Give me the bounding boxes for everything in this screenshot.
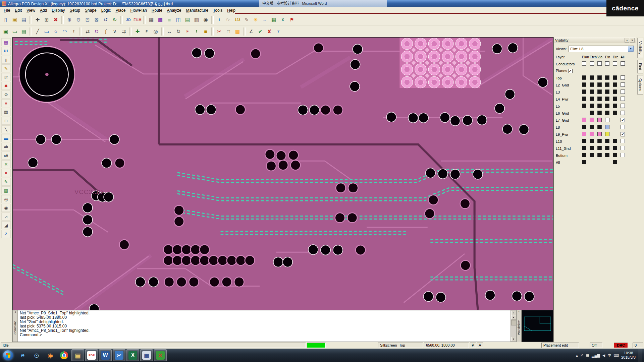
layer-color-swatch[interactable] [605,146,609,150]
menu-manufacture[interactable]: Manufacture [184,7,211,13]
scroll-thumb[interactable] [511,320,516,325]
layer-color-swatch[interactable] [613,146,617,150]
menu-help[interactable]: Help [225,7,238,13]
delay-tune-icon[interactable]: Ω [92,27,101,36]
bga-area[interactable] [399,38,481,88]
layer-color-swatch[interactable] [613,82,617,87]
pin-icon[interactable]: ◉ [201,15,210,24]
menu-analyze[interactable]: Analyze [165,7,184,13]
chevron-down-icon[interactable]: ▼ [628,46,634,52]
tray-icon[interactable]: ▴ [576,353,578,358]
fanout-icon[interactable]: # [142,27,151,36]
layer-color-swatch[interactable] [582,160,586,164]
gloss-icon[interactable]: ✎ [1,178,11,186]
board-save-icon[interactable]: ▤ [19,27,28,36]
taskbar-browser-icon[interactable]: ⊙ [30,349,43,361]
taskbar-excel-icon[interactable]: X [126,349,139,361]
status-icon[interactable]: 123 [233,15,242,24]
redraw-icon[interactable]: ↻ [110,15,119,24]
layer-color-swatch[interactable] [613,97,617,101]
layer-all-checkbox[interactable] [621,89,625,94]
taskbar-calc-icon[interactable]: ▦ [140,349,153,361]
board-green-icon[interactable]: ▣ [1,27,10,36]
column-header-via[interactable]: Via [597,55,605,59]
planes-checkbox[interactable]: ✔ [568,69,573,73]
layer-all-checkbox[interactable] [621,104,625,108]
clamp-icon[interactable]: ⊓ [1,117,11,125]
constraint-mgr-icon[interactable]: ▤ [183,15,192,24]
layer-all-checkbox[interactable] [621,111,625,115]
waveform-icon[interactable]: ~ [260,15,269,24]
conductors-checkbox[interactable] [613,61,617,66]
close-icon[interactable]: × [630,38,635,43]
list-icon[interactable]: ≡ [1,99,11,107]
add-via-icon[interactable]: ◎ [151,27,160,36]
layer-color-swatch[interactable] [605,111,609,115]
menu-file[interactable]: File [1,7,12,13]
column-header-drc[interactable]: Drc [613,55,621,59]
slide-icon[interactable]: ⇄ [83,27,92,36]
rect-tool-icon[interactable]: ▬ [1,134,11,142]
done-icon[interactable]: ✔ [256,27,265,36]
layer-color-swatch[interactable] [582,97,586,101]
taskbar-snip-icon[interactable]: ✂ [113,349,125,361]
dimension-icon[interactable]: ⊿ [1,213,11,221]
show-desktop-button[interactable] [638,349,642,362]
unfix-icon[interactable]: f [192,27,201,36]
layer-color-swatch[interactable] [590,82,594,87]
layer-color-swatch[interactable] [582,125,586,129]
measure-icon[interactable]: ✎ [242,15,251,24]
cancel-icon[interactable]: ✘ [265,27,274,36]
zcopy-icon[interactable]: Z [1,230,11,238]
mounting-hole[interactable] [19,46,75,103]
layer-all-checkbox[interactable] [621,75,625,80]
layer-color-swatch[interactable] [605,125,609,129]
console-close-icon[interactable]: × [511,311,516,315]
etch-edit-icon[interactable]: ✎ [1,64,11,72]
zoom-fit-icon[interactable]: ⊠ [92,15,101,24]
layer-color-swatch[interactable] [597,132,602,136]
pcb-canvas[interactable]: VCC3.3D [12,37,553,310]
layer-color-swatch[interactable] [582,118,586,122]
show-element-icon[interactable]: ☞ [224,15,233,24]
layer-color-swatch[interactable] [613,139,617,143]
active-class-indicator[interactable]: Silkscreen_Top [378,343,423,348]
layer-color-swatch[interactable] [597,118,602,122]
grid-toggle-icon[interactable]: ▦ [147,15,156,24]
worldview-viewport[interactable] [522,310,553,342]
layer-color-swatch[interactable] [590,118,594,122]
menu-shape[interactable]: Shape [83,7,99,13]
conductors-checkbox[interactable] [582,61,586,66]
layer-all-checkbox[interactable] [621,97,625,101]
add-arc-icon[interactable]: ◠ [60,27,69,36]
via-tool-icon[interactable]: ◎ [1,195,11,203]
conductors-checkbox[interactable] [590,61,594,66]
flag-icon[interactable]: ⚑ [287,15,296,24]
chamfer-icon[interactable]: ◢ [1,221,11,229]
clock[interactable]: 10:38 2018/3/8 [621,351,636,360]
taskbar-folder-icon[interactable]: ▤ [71,349,84,361]
excel-icon[interactable]: X [278,15,287,24]
spread-icon[interactable]: ⇉ [119,27,128,36]
slide-tool-icon[interactable]: ⇄ [1,73,11,81]
layer-color-swatch[interactable] [613,111,617,115]
layer-color-swatch[interactable] [597,75,602,80]
cross-section-icon[interactable]: ≡ [165,15,174,24]
layer-color-swatch[interactable] [582,153,586,157]
help-icon[interactable]: ? [274,27,283,36]
menu-place[interactable]: Place [113,7,128,13]
layer-color-swatch[interactable] [605,89,609,94]
spin-icon[interactable]: ↻ [174,27,183,36]
save-icon[interactable]: ▤ [19,15,28,24]
vertex-icon[interactable]: ∨ [110,27,119,36]
edge-tab-find[interactable]: Find [637,60,643,73]
layer-color-swatch[interactable] [605,97,609,101]
add-rect-icon[interactable]: ▭ [42,27,51,36]
layer-all-checkbox[interactable] [621,153,625,157]
pcb-drawing[interactable]: VCC3.3D [13,38,553,310]
layer-color-swatch[interactable] [605,132,609,136]
copy-icon[interactable]: ⊞ [42,15,51,24]
layer-color-swatch[interactable] [590,146,594,150]
menu-edit[interactable]: Edit [12,7,24,13]
layer-header-link[interactable]: Layer [556,55,582,59]
